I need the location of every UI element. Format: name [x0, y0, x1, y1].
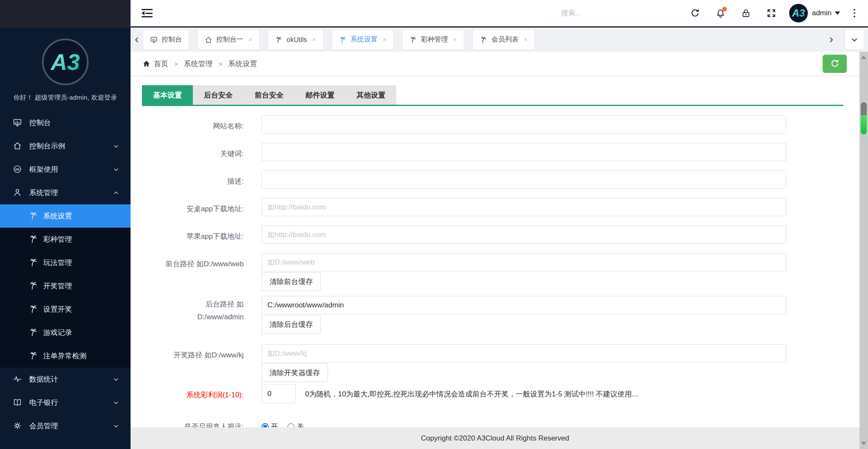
- header-icons: [690, 8, 776, 18]
- radio-on-label: 开: [271, 422, 278, 428]
- description-label: 描述:: [131, 170, 244, 189]
- notification-badge: [722, 7, 727, 11]
- tab-lottery-type[interactable]: 彩种管理 ×: [403, 30, 464, 50]
- keywords-label: 关键词:: [131, 143, 244, 161]
- svg-text:OK: OK: [15, 167, 19, 170]
- breadcrumb-system-management[interactable]: 系统管理: [184, 59, 213, 69]
- close-icon[interactable]: ×: [523, 36, 527, 43]
- sidebar-item-set-draw[interactable]: 设置开奖: [0, 298, 131, 321]
- pulse-icon: [13, 374, 23, 385]
- chevron-up-icon: [113, 190, 120, 196]
- sidebar-item-label: 开奖管理: [43, 281, 72, 291]
- tab-okutils[interactable]: okUtils ×: [268, 30, 323, 50]
- home-icon: [13, 141, 23, 151]
- keywords-input[interactable]: [262, 143, 786, 161]
- close-icon[interactable]: ×: [383, 36, 387, 43]
- sidebar-item-member-management[interactable]: 会员管理: [0, 414, 131, 438]
- notifications-bell-icon[interactable]: [715, 8, 726, 18]
- refresh-icon: [830, 59, 840, 69]
- avatar-logo-text: A3: [791, 7, 804, 19]
- fullscreen-icon[interactable]: [766, 8, 776, 18]
- sidebar-item-ebank[interactable]: 电子银行: [0, 391, 131, 414]
- site-name-input[interactable]: [262, 115, 786, 134]
- close-icon[interactable]: ×: [312, 36, 316, 43]
- sidebar-item-label: 设置开奖: [43, 304, 72, 314]
- header: A3 admin: [131, 0, 868, 28]
- sidebar-item-lottery-type[interactable]: 彩种管理: [0, 228, 131, 251]
- sidebar-item-play-management[interactable]: 玩法管理: [0, 251, 131, 274]
- tab-backend-security[interactable]: 后台安全: [193, 85, 244, 105]
- tabs-scroll-left-icon[interactable]: [131, 36, 143, 44]
- clear-admin-cache-button[interactable]: 清除后台缓存: [262, 315, 321, 334]
- collapse-sidebar-icon[interactable]: [142, 9, 153, 17]
- sidebar-item-label: 控制台示例: [29, 141, 65, 151]
- lock-icon[interactable]: [741, 8, 751, 18]
- sidebar-item-console[interactable]: 控制台: [0, 111, 131, 134]
- live-video-radios: 开 关: [262, 416, 313, 427]
- tab-mail-settings[interactable]: 邮件设置: [295, 85, 345, 105]
- sidebar-item-label: 会员管理: [29, 421, 58, 431]
- admin-app: A3 admin A3 你好！ 超级管理员-admin, 欢迎登录 控制台: [0, 0, 868, 449]
- refresh-icon[interactable]: [690, 8, 700, 18]
- more-options-icon[interactable]: [854, 9, 855, 17]
- tab-console-one[interactable]: 控制台一 ×: [198, 30, 259, 50]
- radio-off-label: 关: [297, 422, 304, 428]
- tab-frontend-security[interactable]: 前台安全: [244, 85, 295, 105]
- radio-off[interactable]: [287, 423, 295, 428]
- sidebar-item-system-management[interactable]: 系统管理: [0, 181, 131, 204]
- tab-label: 彩种管理: [421, 35, 448, 44]
- sidebar-item-system-settings[interactable]: 系统设置: [0, 204, 131, 228]
- palm-tree-icon: [29, 304, 37, 315]
- tab-console[interactable]: 控制台: [143, 30, 189, 50]
- footer: Copyright ©2020 A3Cloud All Rights Reser…: [131, 427, 860, 449]
- app-logo: A3: [42, 39, 89, 85]
- admin-path-label-line2: D:/www/admin: [197, 313, 244, 321]
- brand-block: [0, 0, 131, 28]
- palm-tree-icon: [339, 36, 347, 44]
- android-app-input[interactable]: [262, 198, 786, 216]
- sidebar-item-bet-anomaly[interactable]: 注单异常检测: [0, 344, 131, 368]
- sidebar-item-label: 玩法管理: [43, 258, 72, 268]
- sidebar-item-console-demo[interactable]: 控制台示例: [0, 134, 131, 158]
- logo-text: A3: [50, 49, 80, 75]
- tab-member-list[interactable]: 会员列表 ×: [473, 30, 534, 50]
- clear-front-cache-button[interactable]: 清除前台缓存: [262, 272, 321, 291]
- description-input[interactable]: [262, 170, 786, 189]
- chevron-down-icon: [113, 423, 120, 429]
- ios-app-input[interactable]: [262, 226, 786, 244]
- user-menu[interactable]: A3 admin: [789, 4, 840, 22]
- lottery-path-input[interactable]: [262, 344, 786, 363]
- refresh-page-button[interactable]: [823, 55, 847, 73]
- search-input[interactable]: [561, 9, 671, 17]
- hamburger-bar: [142, 9, 153, 10]
- tab-system-settings[interactable]: 系统设置 ×: [332, 30, 393, 50]
- tabs-scroll-right-icon[interactable]: [825, 36, 837, 44]
- scrollbar-down-arrow-icon[interactable]: [861, 442, 866, 445]
- clear-draw-cache-button[interactable]: 清除开奖器缓存: [262, 363, 328, 382]
- system-profit-input[interactable]: [262, 384, 296, 403]
- sidebar-item-draw-management[interactable]: 开奖管理: [0, 274, 131, 298]
- front-path-input[interactable]: [262, 253, 786, 271]
- scrollbar-thumb[interactable]: [861, 102, 867, 134]
- breadcrumb-home[interactable]: 首页: [154, 59, 168, 69]
- close-icon[interactable]: ×: [248, 36, 252, 43]
- home-icon: [142, 60, 150, 68]
- tabs-menu-dropdown-icon[interactable]: [845, 30, 864, 50]
- chevron-down-icon: [113, 166, 120, 173]
- breadcrumb-bar: 首页 > 系统管理 > 系统设置: [131, 52, 860, 76]
- breadcrumb-system-settings[interactable]: 系统设置: [228, 59, 257, 69]
- sidebar-item-game-records[interactable]: 游戏记录: [0, 321, 131, 344]
- breadcrumb-separator: >: [174, 60, 178, 67]
- palm-tree-icon: [480, 36, 487, 44]
- sidebar-item-data-statistics[interactable]: 数据统计: [0, 368, 131, 391]
- sidebar-item-framework[interactable]: OK 框架使用: [0, 158, 131, 181]
- tab-basic-settings[interactable]: 基本设置: [142, 85, 193, 105]
- tab-other-settings[interactable]: 其他设置: [345, 85, 396, 105]
- open-tabs-bar: 控制台 控制台一 × okUtils × 系统设置: [131, 28, 868, 52]
- scrollbar-up-arrow-icon[interactable]: [861, 56, 866, 59]
- admin-path-input[interactable]: [262, 296, 786, 314]
- vertical-scrollbar[interactable]: [860, 52, 868, 449]
- radio-on[interactable]: [262, 423, 269, 428]
- settings-tab-label: 其他设置: [356, 90, 385, 100]
- close-icon[interactable]: ×: [453, 36, 457, 43]
